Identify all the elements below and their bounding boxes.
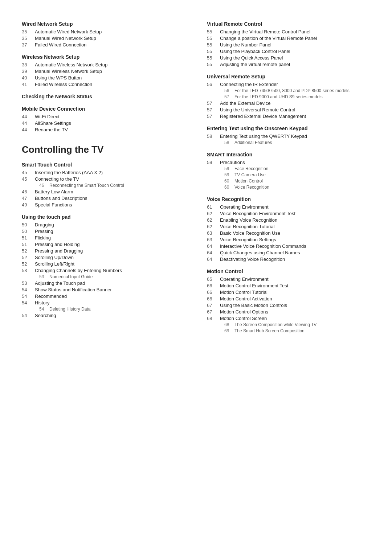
toc-entry: 52 Scrolling Left/Right [22, 261, 185, 267]
section-title-wireless: Wireless Network Setup [22, 54, 185, 60]
toc-entry: 45 Inserting the Batteries (AAA X 2) [22, 170, 185, 175]
section-title-universal-remote: Universal Remote Setup [207, 74, 370, 79]
section-title-virtual-remote: Virtual Remote Control [207, 21, 370, 27]
toc-entry: 57 Using the Universal Remote Control [207, 107, 370, 112]
toc-entry: 51 Pressing and Holding [22, 242, 185, 247]
toc-entry: 64 Quick Changes using Channel Names [207, 250, 370, 255]
section-title-mobile: Mobile Device Connection [22, 106, 185, 112]
toc-entry: 41 Failed Wireless Connection [22, 82, 185, 87]
toc-entry: 63 Voice Recognition Settings [207, 237, 370, 242]
section-title-wired: Wired Network Setup [22, 21, 185, 27]
toc-entry-sub: 56 For the LED 7450/7500, 8000 and PDP 8… [224, 88, 370, 93]
toc-entry: 38 Automatic Wireless Network Setup [22, 62, 185, 67]
section-smart-touch: Smart Touch Control 45 Inserting the Bat… [22, 162, 185, 208]
toc-entry-sub: 59 TV Camera Use [224, 172, 370, 177]
toc-entry: 54 History [22, 300, 185, 305]
toc-entry: 35 Automatic Wired Network Setup [22, 29, 185, 34]
section-title-touch-pad: Using the touch pad [22, 214, 185, 220]
toc-entry: 55 Changing the Virtual Remote Control P… [207, 29, 370, 34]
toc-entry: 68 Motion Control Screen [207, 316, 370, 321]
toc-entry: 50 Pressing [22, 229, 185, 234]
toc-entry-sub: 58 Additional Features [224, 140, 370, 145]
toc-entry: 55 Change a position of the Virtual Remo… [207, 36, 370, 41]
section-title-checking: Checking the Network Status [22, 94, 185, 99]
toc-entry: 63 Basic Voice Recognition Use [207, 230, 370, 236]
toc-entry: 62 Voice Recognition Environment Test [207, 211, 370, 216]
toc-entry: 53 Changing Channels by Entering Numbers [22, 268, 185, 273]
toc-entry-sub: 54 Deleting History Data [39, 307, 185, 312]
toc-entry: 52 Pressing and Dragging [22, 248, 185, 254]
toc-entry: 66 Motion Control Activation [207, 296, 370, 301]
chapter-title: Controlling the TV [22, 144, 185, 155]
toc-entry: 56 Connecting the IR Extender [207, 82, 370, 87]
toc-entry-sub: 60 Voice Recognition [224, 185, 370, 190]
toc-entry: 58 Entering Text using the QWERTY Keypad [207, 134, 370, 139]
toc-entry: 62 Enabling Voice Recognition [207, 217, 370, 223]
toc-entry: 40 Using the WPS Button [22, 75, 185, 81]
toc-entry: 53 Adjusting the Touch pad [22, 280, 185, 286]
toc-entry-sub: 68 The Screen Composition while Viewing … [224, 322, 370, 327]
toc-entry: 55 Using the Playback Control Panel [207, 49, 370, 54]
toc-entry-sub: 53 Numerical Input Guide [39, 274, 185, 279]
right-column: Virtual Remote Control 55 Changing the V… [207, 15, 370, 335]
toc-entry: 67 Using the Basic Motion Controls [207, 303, 370, 308]
left-column: Wired Network Setup 35 Automatic Wired N… [22, 15, 185, 335]
toc-entry-sub: 69 The Smart Hub Screen Composition [224, 328, 370, 333]
section-onscreen-keypad: Entering Text using the Onscreen Keypad … [207, 126, 370, 145]
toc-entry-sub: 59 Face Recognition [224, 166, 370, 171]
toc-entry: 65 Operating Environment [207, 276, 370, 282]
toc-entry: 39 Manual Wireless Network Setup [22, 69, 185, 74]
toc-entry: 54 Searching [22, 313, 185, 318]
toc-entry: 54 Recommended [22, 294, 185, 299]
section-smart-interaction: SMART Interaction 59 Precautions 59 Face… [207, 152, 370, 190]
section-virtual-remote: Virtual Remote Control 55 Changing the V… [207, 21, 370, 67]
toc-entry: 44 AllShare Settings [22, 120, 185, 126]
section-title-motion-control: Motion Control [207, 268, 370, 274]
toc-entry: 51 Flicking [22, 235, 185, 241]
toc-entry: 59 Precautions [207, 160, 370, 165]
toc-entry: 62 Voice Recognition Tutorial [207, 224, 370, 229]
toc-entry: 44 Wi-Fi Direct [22, 114, 185, 119]
section-title-voice-recognition: Voice Recognition [207, 196, 370, 202]
toc-entry: 55 Using the Number Panel [207, 42, 370, 48]
toc-entry: 55 Adjusting the virtual remote panel [207, 62, 370, 67]
section-touch-pad: Using the touch pad 50 Dragging 50 Press… [22, 214, 185, 318]
toc-entry: 61 Operating Environment [207, 204, 370, 210]
toc-entry-sub: 46 Reconnecting the Smart Touch Control [39, 183, 185, 188]
section-title-smart-interaction: SMART Interaction [207, 152, 370, 157]
toc-entry: 44 Rename the TV [22, 127, 185, 132]
toc-entry: 54 Show Status and Notification Banner [22, 287, 185, 292]
toc-entry: 64 Deactivating Voice Recognition [207, 257, 370, 262]
toc-entry: 52 Scrolling Up/Down [22, 255, 185, 260]
toc-entry: 47 Buttons and Descriptions [22, 196, 185, 201]
section-universal-remote: Universal Remote Setup 56 Connecting the… [207, 74, 370, 119]
toc-entry: 35 Manual Wired Network Setup [22, 36, 185, 41]
toc-entry: 66 Motion Control Tutorial [207, 290, 370, 295]
toc-entry: 46 Battery Low Alarm [22, 189, 185, 194]
section-wireless-network: Wireless Network Setup 38 Automatic Wire… [22, 54, 185, 87]
section-mobile-device: Mobile Device Connection 44 Wi-Fi Direct… [22, 106, 185, 132]
toc-entry: 64 Interactive Voice Recognition Command… [207, 243, 370, 249]
toc-entry: 55 Using the Quick Access Panel [207, 55, 370, 61]
toc-entry: 57 Registered External Device Management [207, 114, 370, 119]
section-checking-network: Checking the Network Status [22, 94, 185, 99]
toc-entry: 45 Connecting to the TV [22, 176, 185, 182]
toc-entry-sub: 60 Motion Control [224, 178, 370, 184]
toc-entry: 66 Motion Control Environment Test [207, 283, 370, 288]
toc-entry: 49 Special Functions [22, 202, 185, 208]
section-title-smart-touch: Smart Touch Control [22, 162, 185, 168]
toc-entry: 50 Dragging [22, 222, 185, 227]
section-motion-control: Motion Control 65 Operating Environment … [207, 268, 370, 333]
toc-entry-sub: 57 For the LED 9000 and UHD S9 series mo… [224, 94, 370, 99]
toc-entry: 57 Add the External Device [207, 100, 370, 106]
toc-entry: 37 Failed Wired Connection [22, 42, 185, 48]
section-wired-network: Wired Network Setup 35 Automatic Wired N… [22, 21, 185, 48]
section-voice-recognition: Voice Recognition 61 Operating Environme… [207, 196, 370, 262]
toc-entry: 67 Motion Control Options [207, 309, 370, 315]
section-title-onscreen-keypad: Entering Text using the Onscreen Keypad [207, 126, 370, 131]
